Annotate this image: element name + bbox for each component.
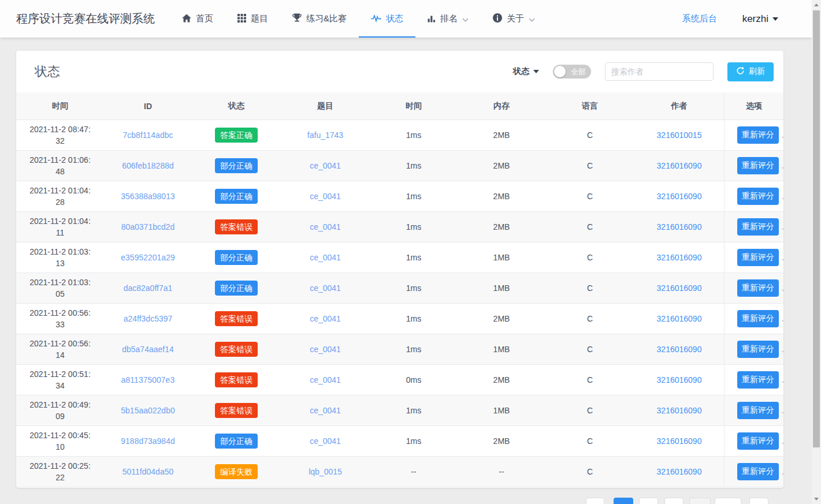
scrollbar-up-arrow[interactable] — [812, 0, 821, 10]
author-link[interactable]: 3216016090 — [657, 375, 702, 384]
pagination-button[interactable] — [664, 498, 683, 504]
caret-down-icon — [533, 70, 539, 73]
scrollbar-thumb[interactable] — [813, 10, 820, 447]
pagination-button[interactable] — [715, 498, 741, 504]
pagination-button[interactable] — [614, 498, 633, 504]
author-link[interactable]: 3216016090 — [657, 192, 702, 201]
nav-item-status[interactable]: 状态 — [359, 0, 415, 38]
cell-runtime: 1ms — [370, 395, 458, 425]
cell-problem: ce_0041 — [281, 181, 370, 211]
cell-memory: 2MB — [458, 365, 545, 395]
rescore-button[interactable]: 重新评分 — [737, 432, 779, 450]
search-author-input[interactable] — [605, 62, 714, 81]
cell-problem: fafu_1743 — [281, 120, 370, 150]
problem-link[interactable]: ce_0041 — [310, 253, 341, 262]
rescore-button[interactable]: 重新评分 — [737, 279, 779, 297]
cell-status: 答案错误 — [192, 334, 281, 364]
rescore-button[interactable]: 重新评分 — [737, 341, 779, 358]
problem-link[interactable]: ce_0041 — [310, 436, 341, 446]
submission-id-link[interactable]: e35952201a29 — [121, 253, 174, 262]
problem-link[interactable]: fafu_1743 — [307, 130, 343, 140]
submission-id-link[interactable]: a811375007e3 — [121, 375, 174, 384]
card-header: 状态 状态 全部 刷新 — [16, 51, 783, 92]
author-link[interactable]: 3216016090 — [657, 314, 702, 323]
rescore-button[interactable]: 重新评分 — [737, 218, 779, 236]
status-filter-dropdown[interactable]: 状态 — [513, 66, 539, 77]
overflow-indicator: .. — [782, 283, 783, 293]
problem-link[interactable]: ce_0041 — [310, 283, 341, 293]
cell-author: 3216016090 — [634, 151, 724, 181]
status-badge: 答案错误 — [215, 372, 258, 387]
column-header-time: 时间 — [16, 92, 104, 120]
author-link[interactable]: 3216016090 — [657, 406, 702, 415]
rescore-button[interactable]: 重新评分 — [737, 157, 779, 174]
cell-status: 部分正确 — [192, 426, 281, 456]
all-toggle-switch[interactable]: 全部 — [553, 65, 591, 79]
pagination-button[interactable] — [689, 498, 711, 504]
cell-memory: 1MB — [458, 273, 545, 303]
nav-item-practice-contest[interactable]: 练习&比赛 — [280, 0, 359, 38]
author-link[interactable]: 3216016090 — [657, 467, 702, 476]
nav-item-about[interactable]: 关于 — [481, 0, 547, 38]
user-menu[interactable]: kerzhi — [742, 13, 778, 25]
submission-id-link[interactable]: 9188d73a984d — [121, 436, 174, 446]
status-card: 状态 状态 全部 刷新 时间 ID 状态 题目 时间 内存 语言 作者 选项 — [16, 51, 783, 488]
author-link[interactable]: 3216016090 — [657, 345, 702, 354]
nav-item-ranking[interactable]: 排名 — [415, 0, 481, 38]
problem-link[interactable]: lqb_0015 — [309, 467, 342, 476]
cell-time: 2021-11-2 01:03:13 — [16, 242, 104, 272]
problem-link[interactable]: ce_0041 — [310, 222, 341, 232]
cell-problem: ce_0041 — [281, 212, 370, 242]
problem-link[interactable]: ce_0041 — [310, 192, 341, 201]
author-link[interactable]: 3216010015 — [657, 130, 702, 140]
submission-id-link[interactable]: 356388a98013 — [121, 192, 174, 201]
submission-id-link[interactable]: a24ff3dc5397 — [124, 314, 173, 323]
author-link[interactable]: 3216016090 — [657, 436, 702, 446]
submission-id-link[interactable]: 5b15aa022db0 — [121, 406, 174, 415]
cell-status: 答案错误 — [192, 304, 281, 334]
problem-link[interactable]: ce_0041 — [310, 406, 341, 415]
author-link[interactable]: 3216016090 — [657, 253, 702, 262]
author-link[interactable]: 3216016090 — [657, 161, 702, 170]
scrollbar-down-arrow[interactable] — [812, 494, 821, 504]
refresh-button[interactable]: 刷新 — [727, 62, 774, 81]
rescore-button[interactable]: 重新评分 — [737, 402, 779, 419]
cell-id: dac82a0ff7a1 — [104, 273, 192, 303]
submission-id-link[interactable]: 606feb18288d — [122, 161, 174, 170]
submission-id-link[interactable]: 5011fd04da50 — [122, 467, 174, 476]
submission-id-link[interactable]: 7cb8f114adbc — [123, 130, 173, 140]
scrollbar[interactable] — [812, 0, 821, 504]
cell-language: C — [545, 181, 634, 211]
status-badge: 编译失败 — [215, 464, 258, 479]
submission-id-link[interactable]: db5a74aaef14 — [122, 345, 174, 354]
rescore-button[interactable]: 重新评分 — [737, 126, 779, 144]
rescore-button[interactable]: 重新评分 — [737, 463, 779, 480]
problem-link[interactable]: ce_0041 — [310, 375, 341, 384]
cell-options: 重新评分 .. — [724, 151, 783, 181]
submission-id-link[interactable]: 80a0371bcd2d — [121, 222, 175, 232]
cell-runtime: 1ms — [370, 120, 458, 150]
nav-item-label: 练习&比赛 — [306, 13, 347, 24]
cell-runtime: 1ms — [370, 334, 458, 364]
submission-id-link[interactable]: dac82a0ff7a1 — [124, 283, 173, 293]
pagination-button[interactable] — [639, 498, 658, 504]
author-link[interactable]: 3216016090 — [657, 222, 702, 232]
nav-item-problems[interactable]: 题目 — [225, 0, 280, 38]
cell-id: 9188d73a984d — [104, 426, 192, 456]
nav-item-home[interactable]: 首页 — [170, 0, 225, 38]
problem-link[interactable]: ce_0041 — [310, 314, 341, 323]
status-badge: 答案错误 — [215, 403, 258, 418]
admin-backend-link[interactable]: 系统后台 — [682, 13, 717, 24]
pagination-button[interactable] — [749, 498, 768, 504]
pagination-button[interactable] — [586, 498, 604, 504]
rescore-button[interactable]: 重新评分 — [737, 371, 779, 389]
cell-options: 重新评分 .. — [724, 457, 783, 487]
rescore-button[interactable]: 重新评分 — [737, 188, 779, 205]
problem-link[interactable]: ce_0041 — [310, 161, 341, 170]
problem-link[interactable]: ce_0041 — [310, 345, 341, 354]
author-link[interactable]: 3216016090 — [657, 283, 702, 293]
rescore-button[interactable]: 重新评分 — [737, 249, 779, 266]
cell-language: C — [545, 304, 634, 334]
cell-author: 3216016090 — [634, 212, 724, 242]
rescore-button[interactable]: 重新评分 — [737, 310, 779, 327]
